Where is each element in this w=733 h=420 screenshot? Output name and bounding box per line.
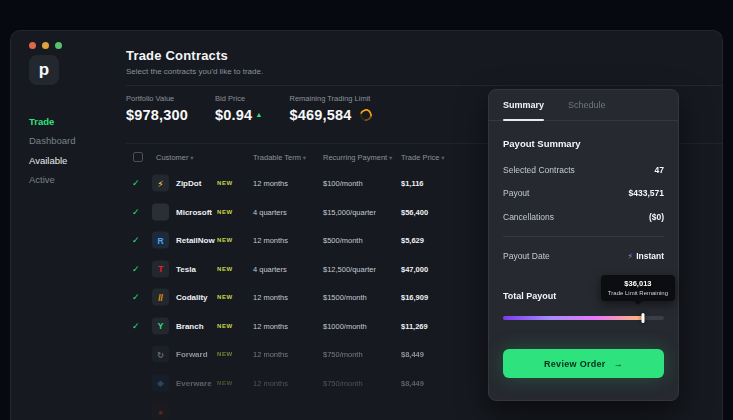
new-badge: NEW bbox=[217, 380, 233, 386]
payout-summary-heading: Payout Summary bbox=[503, 138, 581, 149]
column-header-trade-price[interactable]: Trade Price ▾ bbox=[401, 153, 445, 162]
stats-row: Portfolio Value$978,300Bid Price$0.94▲Re… bbox=[126, 94, 372, 123]
review-order-label: Review Order bbox=[544, 359, 606, 369]
sort-icon: ▾ bbox=[189, 154, 194, 161]
tradable-term: 12 months bbox=[253, 321, 288, 330]
customer-name: RetailNow bbox=[176, 236, 215, 245]
customer-logo: // bbox=[152, 289, 169, 306]
customer-name: Forward bbox=[176, 350, 208, 359]
stat-bid-price: Bid Price$0.94▲ bbox=[215, 94, 262, 123]
page-subtitle: Select the contracts you'd like to trade… bbox=[126, 67, 263, 76]
total-payout-label: Total Payout bbox=[503, 291, 556, 301]
trade-price: $47,000 bbox=[401, 264, 428, 273]
arrow-right-icon: → bbox=[614, 359, 623, 369]
recurring-payment: $100/month bbox=[323, 179, 363, 188]
customer-logo: ⚡ bbox=[152, 175, 169, 192]
recurring-payment: $12,500/quarter bbox=[323, 264, 376, 273]
tab-schedule[interactable]: Schedule bbox=[568, 90, 606, 120]
stat-label: Bid Price bbox=[215, 94, 262, 103]
trade-price: $56,400 bbox=[401, 207, 428, 216]
slider-handle[interactable] bbox=[642, 313, 645, 323]
recurring-payment: $15,000/quarter bbox=[323, 207, 376, 216]
tradable-term: 12 months bbox=[253, 350, 288, 359]
tooltip-label: Trade Limit Remaining bbox=[608, 290, 668, 296]
summary-row-payout: Payout$433,571 bbox=[503, 182, 664, 206]
close-window-button[interactable] bbox=[29, 42, 36, 49]
row-check-icon: ✓ bbox=[132, 321, 140, 331]
recurring-payment: $750/month bbox=[323, 378, 363, 387]
tab-summary[interactable]: Summary bbox=[503, 90, 544, 120]
tradable-term: 12 months bbox=[253, 236, 288, 245]
customer-name: Branch bbox=[176, 321, 204, 330]
sidebar-item-trade[interactable]: Trade bbox=[29, 117, 75, 127]
panel-tabs: SummarySchedule bbox=[489, 90, 678, 121]
stat-label: Portfolio Value bbox=[126, 94, 188, 103]
new-badge: NEW bbox=[217, 266, 233, 272]
sort-icon: ▾ bbox=[387, 154, 392, 161]
tooltip-value: $36,013 bbox=[608, 279, 668, 288]
summary-row-value: $433,571 bbox=[629, 188, 664, 198]
minimize-window-button[interactable] bbox=[42, 42, 49, 49]
row-check-icon: ✓ bbox=[132, 264, 140, 274]
column-header-tradable-term[interactable]: Tradable Term ▾ bbox=[253, 153, 306, 162]
row-check-icon: ✓ bbox=[132, 178, 140, 188]
payout-date-text: Instant bbox=[636, 251, 664, 261]
customer-name: Everware bbox=[176, 378, 212, 387]
panel-divider bbox=[503, 236, 664, 237]
summary-row-label: Selected Contracts bbox=[503, 165, 575, 175]
sort-icon: ▾ bbox=[440, 154, 445, 161]
stat-value: $469,584 bbox=[290, 107, 372, 123]
header-divider bbox=[126, 85, 722, 86]
trade-price: $16,909 bbox=[401, 293, 428, 302]
stat-label: Remaining Trading Limit bbox=[290, 94, 372, 103]
recurring-payment: $500/month bbox=[323, 236, 363, 245]
lightning-icon: ⚡ bbox=[628, 252, 634, 261]
summary-row-selected-contracts: Selected Contracts47 bbox=[503, 158, 664, 182]
tradable-term: 12 months bbox=[253, 378, 288, 387]
trade-price: $11,269 bbox=[401, 321, 428, 330]
column-header-recurring-payment[interactable]: Recurring Payment ▾ bbox=[323, 153, 392, 162]
stat-value: $978,300 bbox=[126, 107, 188, 123]
recurring-payment: $1000/month bbox=[323, 321, 367, 330]
summary-row-value: ($0) bbox=[649, 212, 664, 222]
sort-icon: ▾ bbox=[301, 154, 306, 161]
zoom-window-button[interactable] bbox=[55, 42, 62, 49]
summary-panel: SummarySchedule Payout Summary Selected … bbox=[488, 89, 679, 401]
new-badge: NEW bbox=[217, 323, 233, 329]
select-all-checkbox[interactable] bbox=[133, 152, 143, 162]
tradable-term: 12 months bbox=[253, 179, 288, 188]
loading-spinner-icon bbox=[357, 107, 373, 123]
app-window: p TradeDashboardAvailableActive Trade Co… bbox=[10, 30, 723, 420]
new-badge: NEW bbox=[217, 180, 233, 186]
payout-date-value: ⚡Instant bbox=[628, 251, 665, 261]
row-check-icon: ✓ bbox=[132, 292, 140, 302]
customer-name: Microsoft bbox=[176, 207, 212, 216]
trend-up-icon: ▲ bbox=[255, 111, 262, 118]
trade-price: $5,629 bbox=[401, 236, 424, 245]
payout-date-label: Payout Date bbox=[503, 251, 550, 261]
total-payout-slider[interactable] bbox=[503, 316, 664, 320]
summary-row-cancellations: Cancellations($0) bbox=[503, 205, 664, 229]
column-header-customer[interactable]: Customer ▾ bbox=[156, 153, 194, 162]
trade-price: $1,116 bbox=[401, 179, 424, 188]
stat-portfolio-value: Portfolio Value$978,300 bbox=[126, 94, 188, 123]
summary-row-value: 47 bbox=[655, 165, 664, 175]
customer-logo bbox=[152, 203, 169, 220]
new-badge: NEW bbox=[217, 294, 233, 300]
trade-price: $8,449 bbox=[401, 350, 424, 359]
summary-row-label: Cancellations bbox=[503, 212, 554, 222]
stat-value: $0.94▲ bbox=[215, 107, 262, 123]
customer-logo: ◆ bbox=[152, 374, 169, 391]
customer-logo: Y bbox=[152, 317, 169, 334]
customer-name: Tesla bbox=[176, 264, 196, 273]
review-order-button[interactable]: Review Order → bbox=[503, 349, 664, 378]
recurring-payment: $1500/month bbox=[323, 293, 367, 302]
payout-date-row: Payout Date ⚡Instant bbox=[503, 246, 664, 266]
trade-price: $8,449 bbox=[401, 378, 424, 387]
customer-logo: ● bbox=[152, 403, 169, 420]
trade-limit-tooltip: $36,013 Trade Limit Remaining bbox=[601, 275, 675, 301]
app-logo: p bbox=[29, 55, 59, 85]
tradable-term: 4 quarters bbox=[253, 264, 287, 273]
summary-row-label: Payout bbox=[503, 188, 529, 198]
customer-name: ZipDot bbox=[176, 179, 201, 188]
